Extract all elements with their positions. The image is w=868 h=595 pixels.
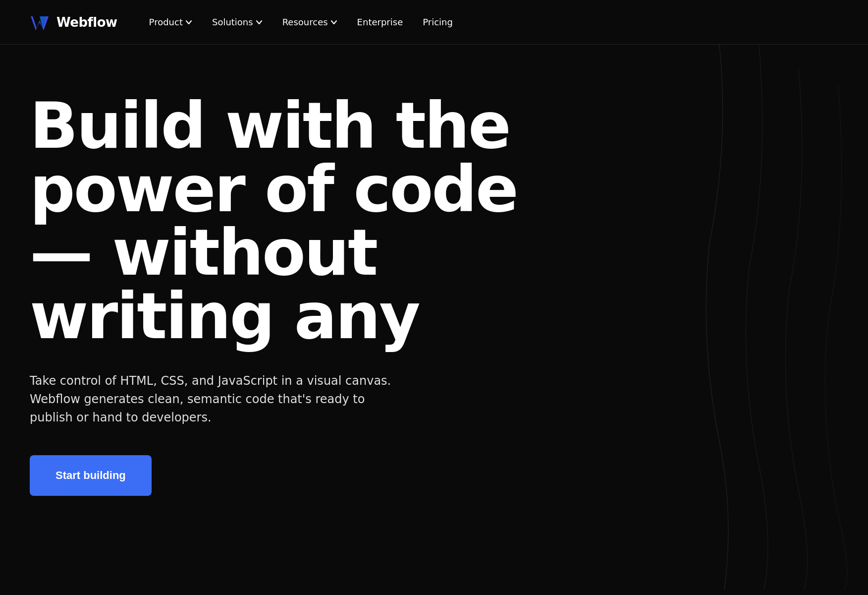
nav-label-product: Product [149,17,183,27]
nav-label-enterprise: Enterprise [357,17,403,27]
nav-item-solutions[interactable]: Solutions [204,12,271,32]
chevron-down-icon [185,19,192,26]
hero-subtext: Take control of HTML, CSS, and JavaScrip… [30,372,396,427]
nav-label-solutions: Solutions [212,17,253,27]
nav-label-pricing: Pricing [423,17,453,27]
nav-item-product[interactable]: Product [141,12,200,32]
hero-content: Build with the power of code — without w… [30,94,575,496]
nav-label-resources: Resources [282,17,328,27]
webflow-logo-icon [30,11,52,33]
hero-background-decoration [571,45,868,590]
chevron-down-icon-3 [330,19,337,26]
nav-item-resources[interactable]: Resources [274,12,345,32]
hero-section: Build with the power of code — without w… [0,45,868,590]
logo[interactable]: Webflow [30,11,117,33]
nav-links: Product Solutions Resources [141,12,838,32]
logo-text: Webflow [56,15,117,30]
start-building-button[interactable]: Start building [30,455,152,496]
chevron-down-icon-2 [256,19,263,26]
navbar: Webflow Product Solutions Resources [0,0,868,45]
nav-item-enterprise[interactable]: Enterprise [349,12,411,32]
hero-headline: Build with the power of code — without w… [30,94,575,348]
nav-item-pricing[interactable]: Pricing [415,12,461,32]
